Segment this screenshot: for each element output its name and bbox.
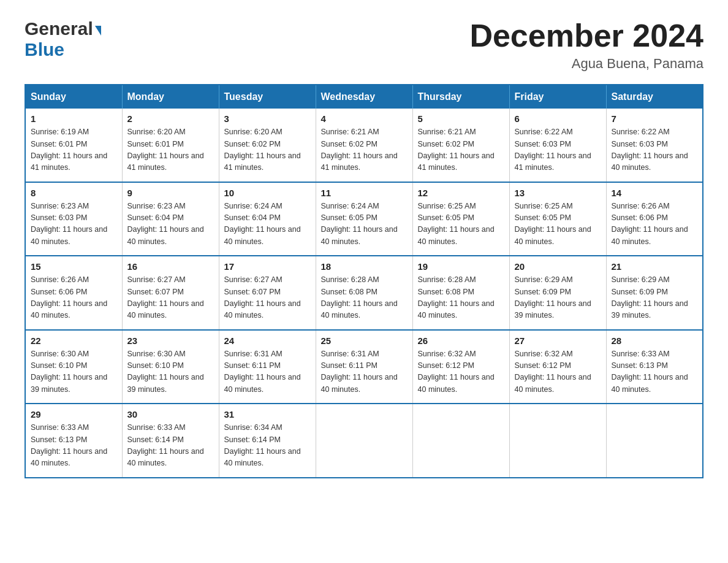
sunrise-label: Sunrise: 6:30 AM xyxy=(31,350,89,358)
day-number: 12 xyxy=(418,188,504,198)
table-row: 23 Sunrise: 6:30 AM Sunset: 6:10 PM Dayl… xyxy=(122,330,219,404)
col-wednesday: Wednesday xyxy=(316,85,412,109)
daylight-label: Daylight: 11 hours and 40 minutes. xyxy=(418,225,495,245)
daylight-label: Daylight: 11 hours and 40 minutes. xyxy=(515,373,591,393)
table-row: 9 Sunrise: 6:23 AM Sunset: 6:04 PM Dayli… xyxy=(122,182,219,256)
table-row: 31 Sunrise: 6:34 AM Sunset: 6:14 PM Dayl… xyxy=(219,404,316,478)
day-info: Sunrise: 6:21 AM Sunset: 6:02 PM Dayligh… xyxy=(321,126,408,174)
table-row: 1 Sunrise: 6:19 AM Sunset: 6:01 PM Dayli… xyxy=(25,109,122,182)
sunrise-label: Sunrise: 6:26 AM xyxy=(612,202,670,210)
daylight-label: Daylight: 11 hours and 41 minutes. xyxy=(127,151,204,172)
table-row: 4 Sunrise: 6:21 AM Sunset: 6:02 PM Dayli… xyxy=(316,109,412,182)
table-row: 16 Sunrise: 6:27 AM Sunset: 6:07 PM Dayl… xyxy=(122,256,219,330)
day-info: Sunrise: 6:24 AM Sunset: 6:05 PM Dayligh… xyxy=(321,201,408,248)
daylight-label: Daylight: 11 hours and 40 minutes. xyxy=(321,225,398,245)
logo-triangle-icon xyxy=(95,26,101,36)
table-row: 12 Sunrise: 6:25 AM Sunset: 6:05 PM Dayl… xyxy=(412,182,509,256)
table-row: 25 Sunrise: 6:31 AM Sunset: 6:11 PM Dayl… xyxy=(316,330,412,404)
day-number: 14 xyxy=(612,188,698,198)
daylight-label: Daylight: 11 hours and 40 minutes. xyxy=(321,373,398,393)
daylight-label: Daylight: 11 hours and 40 minutes. xyxy=(612,225,688,245)
daylight-label: Daylight: 11 hours and 40 minutes. xyxy=(515,225,591,245)
sunset-label: Sunset: 6:03 PM xyxy=(612,140,668,148)
day-info: Sunrise: 6:30 AM Sunset: 6:10 PM Dayligh… xyxy=(31,348,117,396)
day-info: Sunrise: 6:19 AM Sunset: 6:01 PM Dayligh… xyxy=(31,126,117,174)
day-number: 30 xyxy=(127,409,214,419)
col-monday: Monday xyxy=(122,85,219,109)
day-number: 2 xyxy=(127,113,214,124)
daylight-label: Daylight: 11 hours and 39 minutes. xyxy=(127,373,204,393)
sunset-label: Sunset: 6:03 PM xyxy=(31,213,87,222)
daylight-label: Daylight: 11 hours and 40 minutes. xyxy=(31,447,107,467)
logo-blue: Blue xyxy=(25,39,64,59)
day-number: 19 xyxy=(418,261,504,272)
daylight-label: Daylight: 11 hours and 40 minutes. xyxy=(127,447,204,467)
day-number: 10 xyxy=(224,188,311,198)
day-number: 27 xyxy=(515,335,601,346)
calendar-week-row: 1 Sunrise: 6:19 AM Sunset: 6:01 PM Dayli… xyxy=(25,109,703,182)
day-info: Sunrise: 6:22 AM Sunset: 6:03 PM Dayligh… xyxy=(612,126,698,174)
table-row: 2 Sunrise: 6:20 AM Sunset: 6:01 PM Dayli… xyxy=(122,109,219,182)
sunset-label: Sunset: 6:10 PM xyxy=(31,361,87,370)
sunset-label: Sunset: 6:08 PM xyxy=(321,288,377,296)
day-info: Sunrise: 6:27 AM Sunset: 6:07 PM Dayligh… xyxy=(127,274,214,322)
day-number: 26 xyxy=(418,335,504,346)
sunset-label: Sunset: 6:05 PM xyxy=(321,213,377,222)
calendar-header-row: Sunday Monday Tuesday Wednesday Thursday… xyxy=(25,85,703,109)
daylight-label: Daylight: 11 hours and 39 minutes. xyxy=(515,299,591,320)
day-number: 22 xyxy=(31,335,117,346)
day-info: Sunrise: 6:22 AM Sunset: 6:03 PM Dayligh… xyxy=(515,126,601,174)
day-number: 15 xyxy=(31,261,117,272)
day-number: 16 xyxy=(127,261,214,272)
sunset-label: Sunset: 6:01 PM xyxy=(31,140,87,148)
table-row: 6 Sunrise: 6:22 AM Sunset: 6:03 PM Dayli… xyxy=(509,109,606,182)
daylight-label: Daylight: 11 hours and 40 minutes. xyxy=(612,373,688,393)
sunset-label: Sunset: 6:10 PM xyxy=(127,361,184,370)
sunrise-label: Sunrise: 6:21 AM xyxy=(418,128,476,136)
sunset-label: Sunset: 6:05 PM xyxy=(515,213,571,222)
sunset-label: Sunset: 6:04 PM xyxy=(127,213,184,222)
day-info: Sunrise: 6:32 AM Sunset: 6:12 PM Dayligh… xyxy=(515,348,601,396)
sunrise-label: Sunrise: 6:23 AM xyxy=(31,202,89,210)
daylight-label: Daylight: 11 hours and 40 minutes. xyxy=(418,299,495,320)
day-number: 17 xyxy=(224,261,311,272)
day-info: Sunrise: 6:26 AM Sunset: 6:06 PM Dayligh… xyxy=(612,201,698,248)
day-info: Sunrise: 6:33 AM Sunset: 6:14 PM Dayligh… xyxy=(127,422,214,470)
table-row: 19 Sunrise: 6:28 AM Sunset: 6:08 PM Dayl… xyxy=(412,256,509,330)
daylight-label: Daylight: 11 hours and 39 minutes. xyxy=(31,373,107,393)
day-info: Sunrise: 6:31 AM Sunset: 6:11 PM Dayligh… xyxy=(224,348,311,396)
day-info: Sunrise: 6:30 AM Sunset: 6:10 PM Dayligh… xyxy=(127,348,214,396)
day-number: 31 xyxy=(224,409,311,419)
day-info: Sunrise: 6:33 AM Sunset: 6:13 PM Dayligh… xyxy=(612,348,698,396)
daylight-label: Daylight: 11 hours and 40 minutes. xyxy=(127,225,204,245)
day-info: Sunrise: 6:31 AM Sunset: 6:11 PM Dayligh… xyxy=(321,348,408,396)
sunset-label: Sunset: 6:11 PM xyxy=(321,361,377,370)
sunset-label: Sunset: 6:04 PM xyxy=(224,213,281,222)
sunrise-label: Sunrise: 6:21 AM xyxy=(321,128,379,136)
page-header: General Blue December 2024 Agua Buena, P… xyxy=(25,18,703,72)
daylight-label: Daylight: 11 hours and 40 minutes. xyxy=(224,299,301,320)
table-row: 28 Sunrise: 6:33 AM Sunset: 6:13 PM Dayl… xyxy=(606,330,703,404)
sunrise-label: Sunrise: 6:20 AM xyxy=(224,128,282,136)
table-row: 8 Sunrise: 6:23 AM Sunset: 6:03 PM Dayli… xyxy=(25,182,122,256)
table-row: 3 Sunrise: 6:20 AM Sunset: 6:02 PM Dayli… xyxy=(219,109,316,182)
col-tuesday: Tuesday xyxy=(219,85,316,109)
daylight-label: Daylight: 11 hours and 40 minutes. xyxy=(127,299,204,320)
day-number: 28 xyxy=(612,335,698,346)
table-row: 7 Sunrise: 6:22 AM Sunset: 6:03 PM Dayli… xyxy=(606,109,703,182)
day-number: 18 xyxy=(321,261,408,272)
sunrise-label: Sunrise: 6:27 AM xyxy=(224,275,282,284)
day-info: Sunrise: 6:21 AM Sunset: 6:02 PM Dayligh… xyxy=(418,126,504,174)
daylight-label: Daylight: 11 hours and 41 minutes. xyxy=(31,151,107,172)
sunrise-label: Sunrise: 6:34 AM xyxy=(224,423,282,432)
day-number: 20 xyxy=(515,261,601,272)
table-row: 26 Sunrise: 6:32 AM Sunset: 6:12 PM Dayl… xyxy=(412,330,509,404)
table-row: 18 Sunrise: 6:28 AM Sunset: 6:08 PM Dayl… xyxy=(316,256,412,330)
sunrise-label: Sunrise: 6:33 AM xyxy=(127,423,186,432)
day-number: 21 xyxy=(612,261,698,272)
sunrise-label: Sunrise: 6:31 AM xyxy=(224,350,282,358)
sunrise-label: Sunrise: 6:33 AM xyxy=(31,423,89,432)
sunset-label: Sunset: 6:02 PM xyxy=(321,140,377,148)
sunset-label: Sunset: 6:13 PM xyxy=(31,435,87,444)
day-number: 29 xyxy=(31,409,117,419)
